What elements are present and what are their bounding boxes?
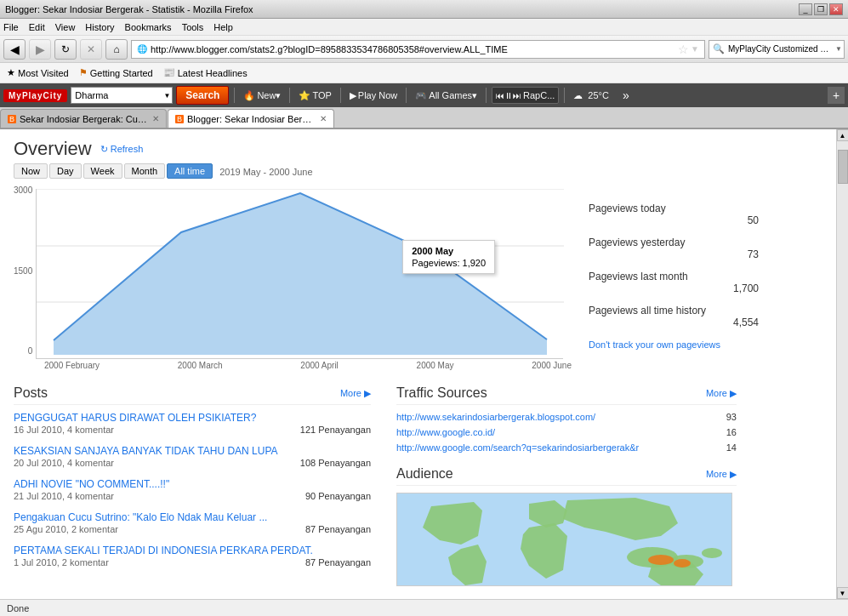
audience-map: [396, 493, 732, 586]
star-icon: ⭐: [299, 90, 310, 101]
post-views-2: 90 Penayangan: [305, 491, 371, 501]
menu-history[interactable]: History: [85, 22, 114, 32]
reload-button[interactable]: ↻: [54, 39, 77, 60]
most-visited-icon: ★: [7, 67, 15, 78]
title-bar: Blogger: Sekar Indosiar Bergerak - Stati…: [0, 0, 848, 19]
post-date-2: 21 Jul 2010, 4 komentar: [14, 491, 114, 501]
toolbar-top-label: TOP: [312, 90, 331, 100]
traffic-more-link[interactable]: More ▶: [706, 388, 737, 399]
tab2-close-icon[interactable]: ✕: [320, 114, 327, 123]
toolbar-allgames-label: All Games▾: [429, 90, 477, 101]
chart-svg: [37, 189, 564, 359]
most-visited-label: Most Visited: [18, 68, 69, 78]
menu-tools[interactable]: Tools: [182, 22, 204, 32]
scroll-down-button[interactable]: ▼: [837, 587, 849, 599]
audience-title: Audience: [396, 466, 453, 482]
time-btn-alltime[interactable]: All time: [167, 163, 213, 179]
svg-marker-3: [54, 193, 547, 355]
traffic-link-2[interactable]: http://www.google.com/search?q=sekarindo…: [396, 442, 711, 453]
content-area: Overview ↻ Refresh Now Day Week Month Al…: [0, 129, 848, 599]
post-title-link-4[interactable]: PERTAMA SEKALI TERJADI DI INDONESIA PERK…: [14, 545, 371, 556]
toolbar-search-dropdown[interactable]: ▼: [162, 92, 172, 100]
status-text: Done: [7, 603, 29, 613]
home-button[interactable]: ⌂: [105, 39, 128, 60]
time-btn-week[interactable]: Week: [83, 163, 122, 179]
bookmark-latest-headlines[interactable]: 📰 Latest Headlines: [160, 66, 251, 80]
toolbar-weather-btn[interactable]: ☁ 25°C: [570, 88, 616, 103]
post-title-link-0[interactable]: PENGGUGAT HARUS DIRAWAT OLEH PSIKIATER?: [14, 412, 371, 424]
address-bar[interactable]: 🌐 http://www.blogger.com/stats2.g?blogID…: [131, 40, 705, 59]
search-dropdown-icon[interactable]: ▼: [834, 45, 844, 53]
toolbar-more-btn[interactable]: »: [619, 88, 633, 102]
address-text: http://www.blogger.com/stats2.g?blogID=8…: [151, 44, 676, 54]
refresh-link[interactable]: ↻ Refresh: [100, 144, 144, 155]
stop-button[interactable]: ✕: [80, 39, 102, 60]
address-dropdown-icon[interactable]: ▼: [691, 44, 699, 54]
toolbar-temp: 25°C: [584, 90, 612, 100]
post-title-link-3[interactable]: Pengakuan Cucu Sutrino: "Kalo Elo Ndak M…: [14, 511, 371, 523]
menu-bookmarks[interactable]: Bookmarks: [125, 22, 172, 32]
minimize-button[interactable]: _: [799, 3, 812, 15]
menu-edit[interactable]: Edit: [29, 22, 45, 32]
traffic-item-2: http://www.google.com/search?q=sekarindo…: [396, 442, 737, 453]
toolbar-music-btn[interactable]: ⏮⏸⏭ RapC...: [492, 87, 559, 104]
audience-section-header: Audience More ▶: [396, 466, 737, 486]
scroll-up-button[interactable]: ▲: [837, 129, 849, 141]
post-title-link-2[interactable]: ADHI NOVIE "NO COMMENT....!!": [14, 478, 371, 490]
toolbar-new-btn[interactable]: 🔥 New▾: [240, 88, 284, 103]
post-meta-4: 1 Jul 2010, 2 komentar 87 Penayangan: [14, 557, 371, 568]
dont-track-link[interactable]: Don't track your own pageviews: [589, 339, 720, 350]
posts-column: Posts More ▶ PENGGUGAT HARUS DIRAWAT OLE…: [14, 385, 371, 586]
chart-tooltip: 2000 May Pageviews: 1,920: [402, 240, 495, 274]
toolbar-search-bar[interactable]: Dharma ▼: [71, 87, 173, 104]
tab-blogger-statistik[interactable]: B Blogger: Sekar Indosiar Bergerak.... ✕: [168, 109, 334, 128]
post-title-link-1[interactable]: KESAKSIAN SANJAYA BANYAK TIDAK TAHU DAN …: [14, 445, 371, 457]
bookmark-most-visited[interactable]: ★ Most Visited: [3, 66, 72, 80]
traffic-link-0[interactable]: http://www.sekarindosiarbergerak.blogspo…: [396, 412, 711, 422]
x-label-apr: 2000 April: [300, 361, 338, 370]
svg-point-14: [648, 555, 674, 565]
time-btn-month[interactable]: Month: [124, 163, 166, 179]
post-date-3: 25 Agu 2010, 2 komentar: [14, 524, 118, 534]
search-button[interactable]: Search: [176, 86, 229, 105]
forward-button[interactable]: ▶: [29, 39, 51, 60]
close-button[interactable]: ✕: [829, 3, 843, 15]
menu-help[interactable]: Help: [213, 22, 233, 32]
traffic-section-header: Traffic Sources More ▶: [396, 385, 737, 405]
pageviews-all-time-value: 4,554: [589, 317, 759, 328]
audience-more-link[interactable]: More ▶: [706, 469, 737, 480]
time-controls: Now Day Week Month All time 2019 May - 2…: [14, 163, 822, 180]
bookmark-star-icon[interactable]: ☆: [678, 43, 689, 56]
map-svg: [397, 493, 732, 586]
pageviews-last-month-label: Pageviews last month: [589, 271, 759, 282]
toolbar-playnow-btn[interactable]: ▶ Play Now: [346, 88, 401, 103]
stat-pageviews-last-month: Pageviews last month 1,700: [589, 271, 759, 294]
new-tab-button[interactable]: +: [828, 87, 845, 104]
toolbar-top-btn[interactable]: ⭐ TOP: [295, 88, 334, 103]
post-date-0: 16 Jul 2010, 4 komentar: [14, 425, 114, 435]
search-bar-input[interactable]: MyPlayCity Customized Web S...: [728, 44, 834, 54]
post-meta-0: 16 Jul 2010, 4 komentar 121 Penayangan: [14, 425, 371, 435]
menu-file[interactable]: File: [3, 22, 19, 32]
search-bar-icon: 🔍: [709, 43, 728, 54]
scrollbar[interactable]: ▲ ▼: [836, 129, 848, 599]
posts-more-link[interactable]: More ▶: [340, 388, 371, 399]
scroll-thumb[interactable]: [838, 150, 848, 184]
back-button[interactable]: ◀: [3, 39, 26, 60]
traffic-link-1[interactable]: http://www.google.co.id/: [396, 427, 711, 437]
overview-header: Overview ↻ Refresh: [14, 138, 822, 160]
tab-sekar-cuplik[interactable]: B Sekar Indosiar Bergerak: Cuplik, Seran…: [0, 109, 167, 128]
traffic-count-1: 16: [711, 427, 737, 437]
toolbar-allgames-btn[interactable]: 🎮 All Games▾: [412, 88, 481, 103]
tab1-close-icon[interactable]: ✕: [152, 114, 159, 123]
traffic-title: Traffic Sources: [396, 385, 487, 401]
time-btn-day[interactable]: Day: [49, 163, 82, 179]
tabs-bar: B Sekar Indosiar Bergerak: Cuplik, Seran…: [0, 107, 848, 129]
menu-view[interactable]: View: [55, 22, 76, 32]
svg-marker-8: [521, 523, 567, 579]
bookmark-getting-started[interactable]: ⚑ Getting Started: [76, 66, 157, 80]
traffic-item-0: http://www.sekarindosiarbergerak.blogspo…: [396, 412, 737, 422]
time-btn-now[interactable]: Now: [14, 163, 48, 179]
maximize-button[interactable]: ❐: [814, 3, 828, 15]
x-axis-labels: 2000 February 2000 March 2000 April 2000…: [44, 359, 572, 372]
